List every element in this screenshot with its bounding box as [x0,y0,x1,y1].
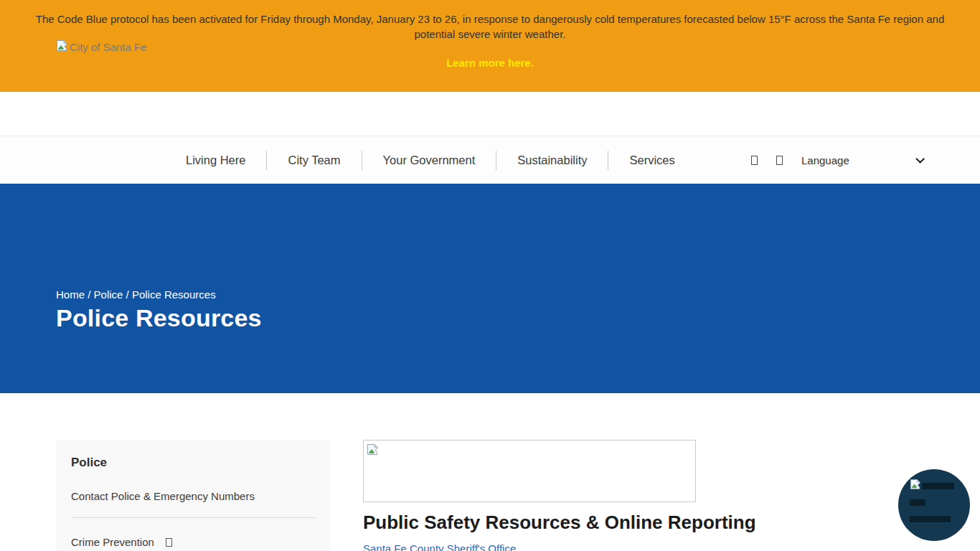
nav-item-living-here[interactable]: Living Here [165,151,266,170]
sidebar-item-label: Contact Police & Emergency Numbers [71,490,255,502]
sidebar-item-label: Crime Prevention [71,536,154,548]
logo-alt-text: City of Santa Fe [70,39,147,53]
broken-image-icon [367,443,379,456]
sheriffs-office-link[interactable]: Santa Fe County Sheriff's Office [363,542,516,551]
broken-image-icon [56,39,68,52]
nav-item-your-government[interactable]: Your Government [362,151,496,170]
nav-item-city-team[interactable]: City Team [266,151,361,170]
sidebar-item-contact-police[interactable]: Contact Police & Emergency Numbers [71,490,315,502]
broken-content-image [363,440,696,502]
language-select-value: Language [801,154,915,166]
main-heading: Public Safety Resources & Online Reporti… [363,512,756,534]
missing-glyph-toggle-icon [166,538,172,547]
breadcrumb-separator-1: / [85,288,94,301]
nav-menu: Living Here City Team Your Government Su… [165,137,696,184]
breadcrumb-current: Police Resources [132,288,216,301]
content-area: Police Contact Police & Emergency Number… [0,393,980,551]
chat-alt-text-line [910,499,925,506]
page: The Code Blue protocol has been activate… [0,0,980,551]
missing-glyph-icon-2[interactable] [776,156,783,165]
chevron-down-icon [915,154,925,164]
page-title: Police Resources [56,304,262,332]
sidebar-item-crime-prevention[interactable]: Crime Prevention [71,536,315,548]
missing-glyph-icon-1[interactable] [751,156,758,165]
breadcrumb-separator-2: / [123,288,132,301]
sidebar-title[interactable]: Police [71,456,315,470]
nav-item-services[interactable]: Services [608,151,695,170]
nav-item-sustainability[interactable]: Sustainability [496,151,608,170]
breadcrumb: Home / Police / Police Resources [56,288,216,301]
nav-right-controls: Language [751,137,922,184]
breadcrumb-police[interactable]: Police [94,288,123,301]
hero-section: Home / Police / Police Resources Police … [0,184,980,393]
alert-banner: The Code Blue protocol has been activate… [0,0,980,92]
chat-widget-button[interactable] [898,469,970,541]
chat-alt-text-line [922,483,954,489]
chat-alt-text-line [910,516,951,522]
sidebar-divider [71,517,315,518]
learn-more-link[interactable]: Learn more here. [446,57,534,69]
language-select[interactable]: Language [801,154,922,166]
main-navigation: Living Here City Team Your Government Su… [0,137,980,184]
breadcrumb-home[interactable]: Home [56,288,85,301]
alert-message: The Code Blue protocol has been activate… [27,11,953,42]
sidebar-police-nav: Police Contact Police & Emergency Number… [56,440,330,551]
broken-image-icon [910,479,921,490]
site-logo[interactable]: City of Santa Fe [56,39,147,53]
header-top-strip [0,92,980,136]
